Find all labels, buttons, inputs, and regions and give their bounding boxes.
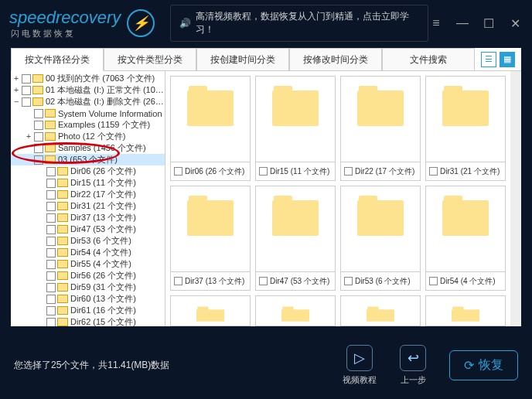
expand-icon[interactable]: + — [12, 86, 20, 94]
folder-cell[interactable]: Dir31 (21 个文件) — [425, 76, 506, 181]
tab-modified[interactable]: 按修改时间分类 — [289, 48, 382, 71]
menu-button[interactable]: ≡ — [428, 16, 444, 31]
tree-row[interactable]: Dir53 (6 个文件) — [11, 235, 165, 247]
tree-row[interactable]: Dir06 (26 个文件) — [11, 165, 165, 177]
tree-row[interactable]: Examples (1159 个文件) — [11, 119, 165, 131]
tree-checkbox[interactable] — [46, 213, 56, 223]
folder-cell[interactable] — [255, 295, 336, 326]
tree-label: Examples (1159 个文件) — [58, 119, 150, 131]
tree-row[interactable]: Dir60 (13 个文件) — [11, 293, 165, 305]
tree-checkbox[interactable] — [46, 318, 56, 327]
tree-checkbox[interactable] — [46, 202, 56, 211]
tree-checkbox[interactable] — [34, 155, 43, 165]
tree-checkbox[interactable] — [46, 225, 56, 234]
tab-search[interactable]: 文件搜索 — [382, 48, 475, 71]
tree-checkbox[interactable] — [34, 132, 43, 142]
folder-cell[interactable] — [170, 295, 251, 326]
folder-cell[interactable] — [340, 295, 421, 326]
tree-row[interactable]: Dir61 (16 个文件) — [11, 305, 165, 316]
tab-type[interactable]: 按文件类型分类 — [104, 48, 196, 71]
tree-checkbox[interactable] — [46, 248, 56, 257]
tab-path[interactable]: 按文件路径分类 — [11, 48, 104, 71]
tree-label: Dir31 (21 个文件) — [70, 200, 136, 212]
tree-row[interactable]: −02 本地磁盘 (I:) 删除文件 (2677 — [11, 96, 165, 107]
grid-view-button[interactable]: ▦ — [500, 52, 515, 67]
tree-checkbox[interactable] — [34, 121, 43, 130]
tree-row[interactable]: Dir31 (21 个文件) — [11, 200, 165, 212]
folder-icon — [45, 144, 56, 152]
grid-checkbox[interactable] — [429, 277, 438, 285]
main-panel: 按文件路径分类 按文件类型分类 按创建时间分类 按修改时间分类 文件搜索 ☰ ▦… — [11, 48, 521, 326]
tree-checkbox[interactable] — [46, 190, 56, 200]
grid-checkbox[interactable] — [174, 167, 182, 176]
tree-row[interactable]: Dir54 (4 个文件) — [11, 247, 165, 258]
tree-row[interactable]: Dir47 (53 个文件) — [11, 223, 165, 235]
grid-checkbox[interactable] — [259, 277, 268, 285]
grid-checkbox[interactable] — [259, 167, 268, 176]
tree-checkbox[interactable] — [22, 86, 31, 95]
folder-icon — [357, 200, 404, 236]
tree-row[interactable]: Dir22 (17 个文件) — [11, 189, 165, 200]
grid-checkbox[interactable] — [344, 277, 353, 285]
tree-checkbox[interactable] — [46, 179, 56, 188]
tree-row[interactable]: +00 找到的文件 (7063 个文件) — [11, 73, 165, 84]
folder-cell[interactable]: Dir53 (6 个文件) — [340, 186, 421, 291]
folder-cell[interactable]: Dir15 (11 个文件) — [255, 76, 336, 181]
tutorial-text: 高清视频教程，数据恢复从入门到精通，点击立即学习！ — [196, 10, 420, 36]
tree-checkbox[interactable] — [46, 306, 56, 315]
scrollbar[interactable] — [510, 71, 521, 326]
grid-checkbox[interactable] — [429, 167, 438, 176]
tree-row[interactable]: Dir15 (11 个文件) — [11, 177, 165, 189]
expand-icon[interactable]: + — [12, 74, 20, 83]
tree-checkbox[interactable] — [34, 109, 43, 118]
tutorial-banner[interactable]: 🔊 高清视频教程，数据恢复从入门到精通，点击立即学习！ — [170, 5, 428, 42]
grid-checkbox[interactable] — [344, 167, 353, 176]
tree-checkbox[interactable] — [46, 283, 56, 292]
close-button[interactable]: ✕ — [507, 16, 523, 31]
folder-cell[interactable]: Dir54 (4 个文件) — [425, 186, 506, 291]
tree-checkbox[interactable] — [34, 144, 43, 153]
folder-icon — [442, 90, 489, 126]
tree-row[interactable]: Dir56 (26 个文件) — [11, 270, 165, 281]
minimize-button[interactable]: — — [455, 16, 470, 31]
tree-checkbox[interactable] — [46, 237, 56, 246]
tree-panel[interactable]: +00 找到的文件 (7063 个文件)+01 本地磁盘 (I:) 正常文件 (… — [11, 71, 165, 326]
folder-cell[interactable] — [425, 295, 506, 326]
status-text: 您选择了25个文件，共11.41(MB)数据 — [14, 359, 169, 372]
tab-created[interactable]: 按创建时间分类 — [196, 48, 289, 71]
tree-row[interactable]: Dir55 (4 个文件) — [11, 258, 165, 270]
folder-cell[interactable]: Dir06 (26 个文件) — [170, 76, 251, 181]
back-label: 上一步 — [401, 374, 426, 386]
tree-checkbox[interactable] — [46, 260, 56, 269]
tree-checkbox[interactable] — [46, 295, 56, 304]
tree-row[interactable]: System Volume Information — [11, 107, 165, 119]
tree-checkbox[interactable] — [22, 74, 31, 84]
tree-checkbox[interactable] — [46, 271, 56, 281]
tree-row[interactable]: +Photo (12 个文件) — [11, 131, 165, 142]
expand-icon[interactable]: − — [12, 97, 20, 106]
grid-checkbox[interactable] — [174, 277, 182, 285]
tree-row[interactable]: Dir59 (31 个文件) — [11, 281, 165, 293]
recover-button[interactable]: ⟳ 恢复 — [449, 350, 518, 380]
folder-icon — [57, 179, 68, 187]
tree-checkbox[interactable] — [46, 167, 56, 176]
folder-cell[interactable]: Dir22 (17 个文件) — [340, 76, 421, 181]
folder-icon — [452, 309, 479, 322]
folder-cell[interactable]: Dir37 (13 个文件) — [170, 186, 251, 291]
tree-row[interactable]: Dir62 (15 个文件) — [11, 316, 165, 326]
folder-icon — [187, 200, 234, 236]
expand-icon[interactable]: − — [25, 155, 32, 164]
video-tutorial-button[interactable]: ▷ 视频教程 — [343, 345, 377, 386]
folder-cell[interactable]: Dir47 (53 个文件) — [255, 186, 336, 291]
maximize-button[interactable]: ☐ — [481, 16, 496, 31]
tree-row[interactable]: Samples (1456 个文件) — [11, 142, 165, 154]
tree-row[interactable]: Dir37 (13 个文件) — [11, 212, 165, 223]
tree-row[interactable]: +01 本地磁盘 (I:) 正常文件 (1000 — [11, 84, 165, 96]
tree-row[interactable]: −03 (653 个文件) — [11, 154, 165, 165]
tree-checkbox[interactable] — [22, 97, 31, 107]
grid-panel[interactable]: Dir06 (26 个文件)Dir15 (11 个文件)Dir22 (17 个文… — [165, 71, 510, 326]
tree-label: Dir59 (31 个文件) — [70, 281, 136, 293]
expand-icon[interactable]: + — [25, 132, 32, 141]
list-view-button[interactable]: ☰ — [481, 52, 496, 67]
back-button[interactable]: ↩ 上一步 — [400, 345, 426, 386]
